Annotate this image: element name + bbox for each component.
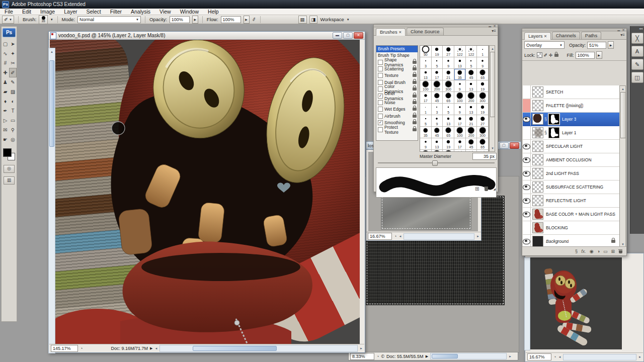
brush-preset-65[interactable]: 65 [477, 69, 489, 80]
menu-view[interactable]: View [155, 9, 176, 15]
brush-preset-9[interactable]: 9 [454, 80, 466, 92]
new-brush-button[interactable]: ⊞ [475, 186, 479, 192]
brush-preset-200[interactable]: 200 [466, 127, 477, 138]
brush-preset-17[interactable]: 17 [420, 92, 432, 104]
lock-paint-icon[interactable]: ✐ [544, 53, 548, 58]
new-layer-icon[interactable]: ⊞ [611, 249, 615, 254]
layer-mask-thumbnail[interactable] [548, 127, 559, 138]
brush-grid-scrollbar[interactable]: ▲ ▼ [489, 45, 495, 152]
brush-preset-1[interactable]: 1 [477, 46, 489, 57]
delete-brush-button[interactable] [484, 187, 488, 191]
brush-preset-19[interactable]: 19 [443, 138, 454, 150]
brush-preset-45[interactable]: 45 [432, 92, 443, 104]
tool-preset-picker[interactable]: ✐ ▼ [2, 16, 14, 24]
horizontal-scrollbar[interactable] [404, 233, 474, 240]
checkbox[interactable] [378, 73, 383, 78]
visibility-toggle[interactable] [523, 99, 531, 112]
tab-paths[interactable]: Paths [581, 32, 601, 39]
status-expand-icon[interactable]: ▶ [150, 346, 152, 350]
scroll-right-icon[interactable]: ► [509, 354, 512, 359]
scroll-up-icon[interactable]: ▲ [491, 46, 494, 51]
brush-preset-45[interactable]: 45 [466, 69, 477, 80]
lock-icon[interactable] [413, 61, 417, 64]
brush-preset-122[interactable]: 122 [454, 46, 466, 57]
brush-preset-9[interactable]: 9 [454, 104, 466, 115]
layer-row-2nd-light-pass[interactable]: 2nd LIGHT PASS [523, 167, 619, 180]
scrollbar-thumb[interactable] [490, 52, 495, 117]
visibility-toggle[interactable] [523, 208, 531, 221]
horizontal-scrollbar[interactable] [159, 345, 358, 352]
tool-rectangular-marquee[interactable]: ▢ [2, 39, 9, 49]
tool-move[interactable]: ➤ [9, 39, 17, 49]
tool-pen[interactable]: ✒ [2, 106, 9, 116]
brush-preset-100[interactable]: 100 [420, 80, 432, 92]
tab-layers[interactable]: Layers × [524, 32, 551, 40]
tab-brushes[interactable]: Brushes × [376, 28, 406, 36]
brush-preset-300[interactable]: 300 [477, 127, 489, 138]
character-panel-button[interactable]: A [631, 46, 643, 57]
brush-preset-27[interactable]: 27 [477, 150, 489, 152]
tool-dodge[interactable]: ◐ [9, 97, 17, 106]
tool-slice[interactable]: ✂ [9, 58, 17, 68]
checkbox[interactable] [378, 86, 383, 92]
visibility-toggle[interactable] [523, 194, 531, 207]
tool-clone-stamp[interactable]: ♟ [2, 77, 9, 87]
panel-dock-button[interactable]: ◫ [631, 72, 643, 83]
tool-eyedropper[interactable]: ⚲ [9, 125, 17, 135]
layer-row-background[interactable]: Background [523, 235, 619, 247]
mode-select[interactable]: Normal ▼ [77, 16, 141, 23]
flow-input[interactable]: 100% [221, 16, 241, 23]
opacity-spinner[interactable]: ▶ [192, 16, 198, 24]
scrollbar-thumb[interactable] [432, 354, 458, 358]
lock-icon[interactable] [413, 108, 417, 111]
resize-grip-icon[interactable]: ◢ [493, 187, 496, 191]
brush-preset-65[interactable]: 65 [443, 127, 454, 138]
tool-path-selection[interactable]: ▷ [2, 116, 9, 125]
panel-menu-icon[interactable]: ▾≡ [492, 29, 496, 33]
visibility-toggle[interactable] [523, 167, 531, 180]
scrollbar-thumb[interactable] [193, 346, 277, 351]
layer-row-subsurface-scattering[interactable]: SUBSURFACE SCATTERING [523, 180, 619, 194]
airbrush-icon[interactable]: ✐ [251, 16, 257, 23]
app-title-bar[interactable]: Ps Adobe Photoshop CS3 Extended [0, 0, 644, 9]
menu-edit[interactable]: Edit [18, 9, 36, 15]
opacity-spinner[interactable]: ▶ [608, 41, 614, 49]
toggle-palettes-button[interactable]: ▤ [298, 16, 307, 24]
tool-history-brush[interactable]: ✎ [9, 77, 17, 87]
menu-help[interactable]: Help [203, 9, 223, 15]
tab-channels[interactable]: Channels [552, 32, 580, 39]
brush-preset-5[interactable]: 5 [443, 104, 454, 115]
zoom-level-field[interactable]: 145.17% [51, 345, 78, 352]
brush-preset-21[interactable]: 21 [466, 115, 477, 127]
brush-preset-21[interactable]: 21 [443, 69, 454, 80]
scroll-right-icon[interactable]: ► [360, 346, 363, 351]
chevron-down-icon[interactable]: ▼ [50, 18, 53, 21]
fill-input[interactable]: 100% [576, 52, 595, 59]
visibility-toggle[interactable] [523, 153, 531, 166]
lock-transparency-icon[interactable] [537, 52, 542, 58]
brush-preset-17[interactable]: 17 [454, 115, 466, 127]
tool-crop[interactable]: # [2, 58, 9, 68]
brush-preset-14[interactable]: 14 [454, 150, 466, 152]
dynamics-airbrush[interactable]: Airbrush [376, 113, 418, 119]
blend-mode-select[interactable]: Overlay ▼ [524, 41, 565, 49]
brush-preset-65[interactable]: 65 [443, 92, 454, 104]
lock-all-icon[interactable] [554, 54, 558, 57]
checkbox[interactable] [378, 107, 383, 112]
zoom-level-field[interactable]: 16.67% [527, 353, 551, 360]
visibility-toggle[interactable] [523, 140, 531, 153]
brush-preset-100[interactable]: 100 [454, 92, 466, 104]
horizontal-scrollbar[interactable] [430, 353, 507, 359]
menu-file[interactable]: File [0, 9, 18, 15]
visibility-toggle[interactable] [523, 180, 531, 194]
tool-notes[interactable]: ✉ [2, 125, 9, 135]
brush-preset-45[interactable]: 45 [432, 127, 443, 138]
dynamics-wet-edges[interactable]: Wet Edges [376, 106, 418, 113]
brush-preset-100[interactable]: 100 [420, 150, 432, 152]
brush-preset-button[interactable]: 35 [39, 15, 47, 24]
brush-preset-100[interactable]: 100 [454, 127, 466, 138]
zoom-level-field[interactable]: 16.67% [368, 233, 392, 240]
scroll-left-icon[interactable]: ◄ [154, 346, 157, 351]
vertical-scrollbar[interactable]: ▲ ▼ [48, 48, 55, 353]
foreground-color-swatch[interactable] [3, 148, 12, 157]
